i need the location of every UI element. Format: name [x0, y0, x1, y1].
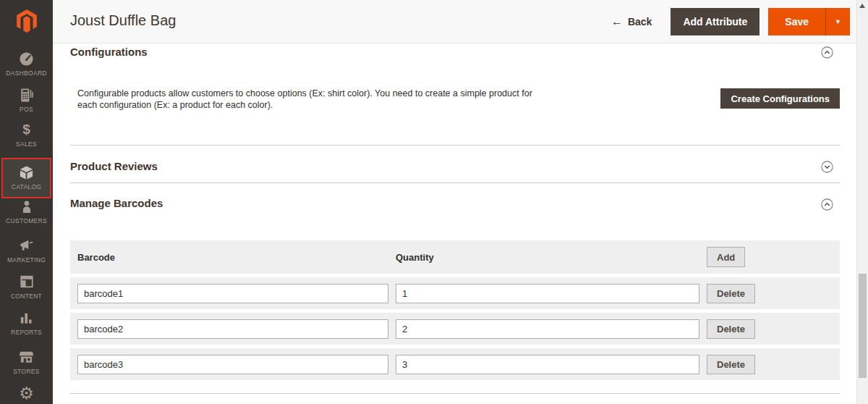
barcode-input[interactable]: [77, 319, 388, 339]
product-reviews-collapse-button[interactable]: [821, 161, 833, 173]
add-attribute-button[interactable]: Add Attribute: [671, 8, 760, 35]
table-row: Delete: [70, 313, 840, 345]
configurations-description: Configurable products allow customers to…: [77, 88, 548, 111]
scrollbar-up-arrow-icon[interactable]: [859, 4, 865, 8]
sidebar-item-pos[interactable]: POS: [0, 87, 53, 113]
quantity-column-header: Quantity: [396, 252, 699, 263]
table-row: Delete: [70, 277, 840, 309]
barcode-input[interactable]: [77, 284, 388, 303]
magento-logo-icon: [17, 9, 37, 33]
person-icon: [0, 198, 53, 214]
sidebar-item-label: CONTENT: [0, 293, 53, 300]
save-dropdown-caret[interactable]: ▼: [825, 8, 850, 35]
megaphone-icon: [0, 237, 53, 253]
delete-barcode-button[interactable]: Delete: [707, 284, 755, 303]
chevron-down-circle-icon: [821, 161, 833, 173]
sidebar-item-system[interactable]: ⚙: [0, 385, 53, 404]
delete-barcode-button[interactable]: Delete: [707, 355, 755, 374]
box-icon: [3, 164, 50, 180]
sidebar-item-label: REPORTS: [0, 329, 53, 336]
sidebar-item-marketing[interactable]: MARKETING: [0, 237, 53, 264]
dashboard-gauge-icon: [0, 51, 53, 67]
save-button[interactable]: Save: [768, 8, 825, 35]
layout-icon: [0, 274, 53, 290]
sidebar-item-dashboard[interactable]: DASHBOARD: [0, 51, 53, 77]
barcodes-table: Barcode Quantity Add Delete Delete Delet…: [70, 240, 840, 380]
quantity-input[interactable]: [396, 284, 699, 303]
sidebar-item-label: CATALOG: [3, 183, 50, 190]
barcodes-table-header: Barcode Quantity Add: [70, 240, 840, 274]
pos-terminal-icon: [0, 87, 53, 103]
chevron-up-circle-icon: [821, 46, 833, 59]
admin-sidebar: DASHBOARD POS $ SALES CATALOG CUSTOMERS …: [0, 0, 53, 404]
sidebar-item-content[interactable]: CONTENT: [0, 274, 53, 300]
page-title: Joust Duffle Bag: [70, 12, 176, 29]
sidebar-item-label: MARKETING: [0, 256, 53, 264]
section-divider: [70, 393, 840, 394]
scrollbar-thumb[interactable]: [859, 274, 867, 378]
bar-chart-icon: [0, 310, 53, 326]
sidebar-item-label: DASHBOARD: [0, 70, 53, 77]
back-label: Back: [628, 16, 652, 28]
sidebar-item-reports[interactable]: REPORTS: [0, 310, 53, 336]
manage-barcodes-collapse-button[interactable]: [821, 198, 833, 211]
quantity-input[interactable]: [396, 319, 699, 339]
vertical-scrollbar[interactable]: [856, 0, 868, 404]
delete-barcode-button[interactable]: Delete: [707, 319, 755, 339]
page-header: Joust Duffle Bag ← Back Add Attribute Sa…: [53, 0, 856, 43]
chevron-up-circle-icon: [821, 198, 833, 211]
magento-logo[interactable]: [0, 9, 53, 35]
sidebar-item-label: STORES: [0, 368, 53, 375]
dollar-icon: $: [0, 122, 53, 138]
create-configurations-button[interactable]: Create Configurations: [720, 88, 840, 109]
manage-barcodes-section-title: Manage Barcodes: [70, 197, 163, 209]
sidebar-item-label: POS: [0, 106, 53, 113]
sidebar-item-label: CUSTOMERS: [0, 217, 53, 224]
back-button[interactable]: ← Back: [611, 16, 652, 28]
section-divider: [70, 145, 840, 146]
back-arrow-icon: ←: [611, 17, 623, 27]
sidebar-item-catalog[interactable]: CATALOG: [1, 158, 51, 198]
barcode-column-header: Barcode: [77, 252, 388, 263]
save-split-button: Save ▼: [768, 8, 850, 35]
configurations-collapse-button[interactable]: [821, 46, 833, 59]
product-reviews-section-title: Product Reviews: [70, 160, 158, 172]
sidebar-item-label: SALES: [0, 140, 53, 148]
gear-icon: ⚙: [0, 385, 53, 401]
configurations-section-title: Configurations: [70, 46, 148, 58]
header-actions: ← Back Add Attribute Save ▼: [611, 8, 850, 35]
section-divider: [70, 182, 840, 183]
sidebar-item-customers[interactable]: CUSTOMERS: [0, 198, 53, 224]
barcode-input[interactable]: [77, 355, 388, 374]
add-barcode-button[interactable]: Add: [707, 247, 745, 267]
sidebar-item-stores[interactable]: STORES: [0, 349, 53, 375]
table-row: Delete: [70, 348, 840, 380]
storefront-icon: [0, 349, 53, 365]
sidebar-item-sales[interactable]: $ SALES: [0, 122, 53, 148]
main-content: Joust Duffle Bag ← Back Add Attribute Sa…: [53, 0, 856, 404]
quantity-input[interactable]: [396, 355, 699, 374]
